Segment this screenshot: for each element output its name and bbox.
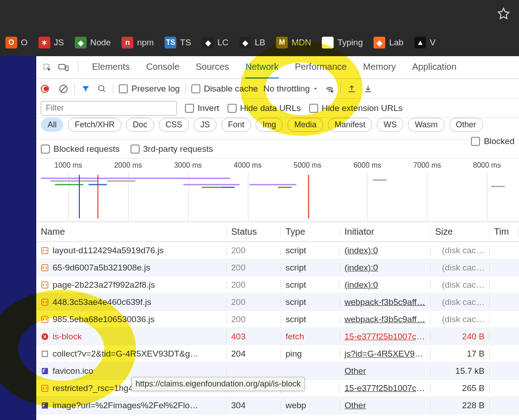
request-size: (disk cac… [431, 280, 490, 290]
bookmark-item[interactable]: ◆Lab [373, 37, 403, 48]
bookmarks-bar: OO✶JS◆NodennpmTSTS◆LC◆LBMMDNtTyping◆Lab▲… [0, 29, 519, 56]
file-type-icon [41, 401, 49, 410]
request-initiator[interactable]: (index):0 [340, 263, 431, 273]
type-pill[interactable]: WS [377, 118, 403, 132]
filter-icon[interactable] [80, 83, 91, 94]
table-row[interactable]: 448.3c53ae4e460c639f.js 200 script webpa… [36, 294, 519, 311]
bookmark-item[interactable]: OO [5, 37, 28, 48]
bookmark-item[interactable]: ◆LC [202, 37, 228, 48]
col-name[interactable]: Name [36, 227, 227, 237]
tab-sources[interactable]: Sources [196, 56, 229, 78]
table-row[interactable]: page-2b223a27f992a2f8.js 200 script (ind… [36, 276, 519, 294]
type-pill[interactable]: Media [287, 118, 323, 132]
request-initiator[interactable]: Other [340, 401, 431, 410]
request-type: script [281, 297, 340, 307]
svg-rect-12 [42, 351, 48, 357]
url-tooltip: https://claims.eigenfoundation.org/api/i… [131, 377, 305, 391]
type-pill[interactable]: Font [221, 118, 251, 132]
type-pill[interactable]: Manifest [328, 118, 372, 132]
tab-performance[interactable]: Performance [295, 56, 347, 78]
col-size[interactable]: Size [431, 227, 490, 237]
bookmark-label: JS [54, 38, 64, 48]
request-initiator[interactable]: webpack-f3b5c9aff… [340, 314, 431, 324]
disable-cache-checkbox[interactable]: Disable cache [191, 84, 258, 94]
bookmark-item[interactable]: ◆LB [239, 37, 265, 48]
bookmark-icon: t [322, 37, 334, 48]
device-toggle-icon[interactable] [57, 61, 70, 74]
request-initiator[interactable]: (index):0 [340, 246, 431, 256]
hide-extension-urls-checkbox[interactable]: Hide extension URLs [309, 103, 403, 113]
type-pill[interactable]: All [41, 118, 63, 132]
file-type-icon [41, 315, 49, 323]
tab-application[interactable]: Application [412, 56, 456, 78]
type-pill[interactable]: Img [256, 118, 283, 132]
type-pill[interactable]: Wasm [408, 118, 444, 132]
devtools-panel: ElementsConsoleSourcesNetworkPerformance… [36, 56, 519, 420]
request-size: 265 B [431, 383, 490, 393]
type-pill[interactable]: Other [449, 118, 483, 132]
type-pill[interactable]: Doc [126, 118, 154, 132]
request-initiator[interactable]: js?id=G-4R5XEV93D… [340, 349, 431, 359]
search-icon[interactable] [97, 83, 107, 94]
bookmark-item[interactable]: TSTS [165, 37, 191, 48]
request-initiator[interactable]: 15-e377f25b1007c8… [340, 383, 431, 393]
bookmark-item[interactable]: ✶JS [39, 37, 64, 48]
bookmark-item[interactable]: ◆Node [75, 37, 111, 48]
network-type-pills: AllFetch/XHRDocCSSJSFontImgMediaManifest… [36, 118, 519, 140]
bookmark-item[interactable]: nnpm [121, 37, 154, 48]
request-size: 15.7 kB [431, 366, 490, 376]
table-row[interactable]: 65-9d6007a5b321908e.js 200 script (index… [36, 259, 519, 276]
network-timeline[interactable]: 1000 ms2000 ms3000 ms4000 ms5000 ms6000 … [36, 159, 519, 222]
filter-input[interactable] [41, 101, 177, 116]
request-initiator[interactable]: Other [340, 366, 431, 376]
network-blocked-row: Blocked requests 3rd-party requests [36, 140, 519, 159]
request-initiator[interactable]: (index):0 [340, 280, 431, 290]
svg-point-4 [99, 85, 104, 91]
bookmark-item[interactable]: MMDN [276, 37, 311, 48]
throttling-dropdown[interactable]: No throttling [263, 84, 319, 94]
blocked-requests-checkbox[interactable]: Blocked requests [41, 144, 120, 154]
col-time[interactable]: Tim [490, 227, 519, 237]
bookmark-icon: ◆ [373, 37, 385, 48]
tab-elements[interactable]: Elements [92, 56, 130, 78]
request-name: 65-9d6007a5b321908e.js [53, 263, 150, 273]
clear-icon[interactable] [58, 83, 69, 94]
bookmark-label: Typing [337, 38, 363, 48]
request-name: restricted?_rsc=1hg47 [53, 383, 138, 393]
inspect-icon[interactable] [41, 61, 53, 74]
hide-data-urls-checkbox[interactable]: Hide data URLs [228, 103, 301, 113]
star-icon[interactable] [497, 7, 510, 22]
table-row[interactable]: is-block 403 fetch 15-e377f25b1007c8… 24… [36, 328, 519, 345]
network-conditions-icon[interactable] [324, 83, 335, 94]
request-initiator[interactable]: 15-e377f25b1007c8… [340, 332, 431, 342]
col-status[interactable]: Status [227, 227, 281, 237]
type-pill[interactable]: JS [194, 118, 217, 132]
table-header: Name Status Type Initiator Size Tim [36, 222, 519, 242]
request-type: webp [281, 401, 340, 410]
col-type[interactable]: Type [281, 227, 340, 237]
table-row[interactable]: collect?v=2&tid=G-4R5XEV93DT&g… 204 ping… [36, 345, 519, 362]
upload-icon[interactable] [346, 83, 357, 94]
table-row[interactable]: 985.5eba68e106530036.js 200 script webpa… [36, 311, 519, 328]
type-pill[interactable]: Fetch/XHR [68, 118, 121, 132]
svg-rect-6 [42, 247, 48, 254]
waterfall-lanes [41, 175, 514, 220]
request-size: (disk cac… [431, 314, 490, 324]
bookmark-item[interactable]: ▲V [414, 37, 436, 48]
request-initiator[interactable]: webpack-f3b5c9aff… [340, 297, 431, 307]
table-row[interactable]: layout-d1124294a5919d76.js 200 script (i… [36, 242, 519, 259]
request-status: 200 [227, 314, 281, 324]
third-party-checkbox[interactable]: 3rd-party requests [131, 144, 213, 154]
tab-console[interactable]: Console [146, 56, 179, 78]
bookmark-item[interactable]: tTyping [322, 37, 363, 48]
tab-network[interactable]: Network [245, 56, 278, 78]
invert-checkbox[interactable]: Invert [185, 103, 219, 113]
bookmark-label: npm [137, 38, 154, 48]
preserve-log-checkbox[interactable]: Preserve log [119, 84, 180, 94]
col-initiator[interactable]: Initiator [340, 227, 431, 237]
download-icon[interactable] [363, 83, 373, 94]
table-row[interactable]: image?url=%2Fimages%2Fel%2Flo… 304 webp … [36, 397, 519, 414]
tab-memory[interactable]: Memory [363, 56, 396, 78]
type-pill[interactable]: CSS [159, 118, 189, 132]
file-type-icon [41, 246, 49, 255]
